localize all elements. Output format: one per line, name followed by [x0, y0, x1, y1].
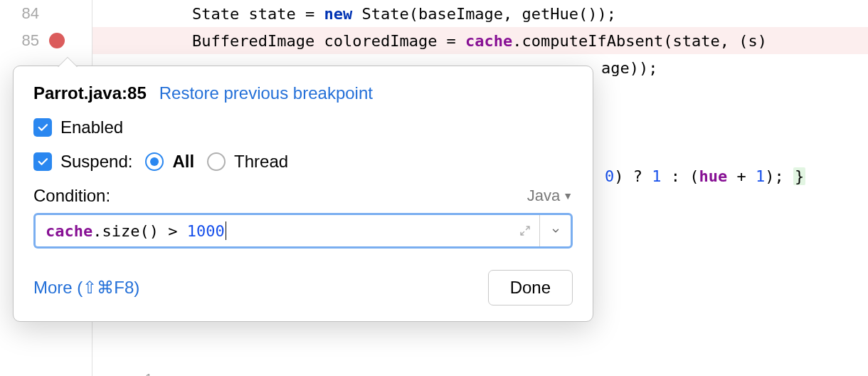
popup-footer: More (⇧⌘F8) Done: [33, 270, 573, 306]
more-link[interactable]: More (⇧⌘F8): [33, 278, 139, 298]
closing-brace: }: [793, 167, 805, 185]
condition-input[interactable]: cache.size() > 1000: [36, 215, 511, 246]
line-number: 84: [0, 4, 39, 23]
popup-arrow: [58, 58, 78, 68]
suspend-thread-radio[interactable]: [207, 152, 226, 171]
code-text: BufferedImage coloredImage =: [192, 32, 465, 50]
restore-previous-link[interactable]: Restore previous breakpoint: [159, 83, 373, 103]
expand-icon[interactable]: [511, 215, 539, 246]
chevron-down-icon: ▼: [563, 190, 573, 202]
field-cache: cache: [465, 32, 512, 50]
number-literal: 1: [756, 167, 765, 185]
breakpoint-icon[interactable]: [49, 33, 65, 48]
done-button[interactable]: Done: [488, 270, 573, 306]
gutter-row[interactable]: 84: [0, 0, 92, 27]
check-icon: [36, 121, 49, 134]
code-text: age));: [601, 59, 657, 77]
field-cache: cache: [46, 222, 92, 240]
popup-header: Parrot.java:85 Restore previous breakpoi…: [33, 83, 573, 103]
suspend-label: Suspend:: [60, 152, 132, 172]
usages-hint[interactable]: 1 usage: [145, 372, 191, 376]
code-text: );: [765, 167, 793, 185]
number-literal: 1000: [187, 222, 225, 240]
condition-header-row: Condition: Java ▼: [33, 186, 573, 206]
code-text: State(baseImage, getHue());: [352, 5, 616, 23]
condition-input-wrap: cache.size() > 1000: [33, 213, 573, 249]
language-dropdown[interactable]: Java ▼: [527, 187, 573, 205]
enabled-checkbox[interactable]: [33, 118, 52, 137]
number-literal: 0: [605, 167, 614, 185]
number-literal: 1: [652, 167, 661, 185]
code-text: +: [727, 167, 756, 185]
code-text: State state =: [192, 5, 324, 23]
gutter-row[interactable]: 85: [0, 27, 92, 54]
breakpoint-popup: Parrot.java:85 Restore previous breakpoi…: [13, 66, 593, 322]
line-number: 85: [0, 31, 39, 50]
language-label: Java: [527, 187, 560, 205]
suspend-all-radio[interactable]: [145, 152, 164, 171]
check-icon: [36, 155, 49, 168]
code-text: .size() >: [92, 222, 186, 240]
code-text: .computeIfAbsent(state, (s): [512, 32, 767, 50]
suspend-all-label: All: [172, 152, 194, 172]
field-hue: hue: [699, 167, 727, 185]
text-cursor: [226, 221, 226, 240]
enabled-row: Enabled: [33, 118, 573, 137]
code-text: : (: [661, 167, 699, 185]
suspend-row: Suspend: All Thread: [33, 152, 573, 172]
condition-label: Condition:: [33, 186, 110, 206]
code-text: ) ?: [614, 167, 652, 185]
condition-history-dropdown[interactable]: [539, 215, 571, 246]
chevron-down-icon: [551, 226, 561, 236]
keyword-new: new: [324, 5, 352, 23]
enabled-label: Enabled: [60, 118, 123, 137]
code-line[interactable]: State state = new State(baseImage, getHu…: [92, 0, 868, 27]
suspend-thread-label: Thread: [234, 152, 288, 172]
suspend-checkbox[interactable]: [33, 152, 52, 171]
code-line[interactable]: BufferedImage coloredImage = cache.compu…: [92, 27, 868, 54]
popup-title: Parrot.java:85: [33, 83, 147, 103]
